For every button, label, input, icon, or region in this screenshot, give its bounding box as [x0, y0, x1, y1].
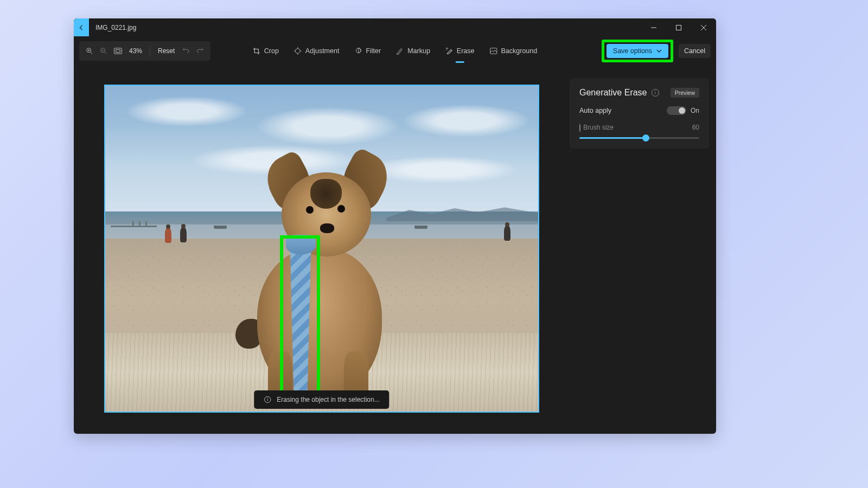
auto-apply-toggle[interactable] — [667, 106, 686, 115]
cancel-button[interactable]: Cancel — [679, 44, 711, 58]
undo-button[interactable] — [180, 47, 192, 56]
image-person — [165, 228, 171, 243]
tab-label: Background — [501, 47, 538, 55]
tab-crop[interactable]: Crop — [247, 44, 284, 58]
zoom-percent[interactable]: 43% — [126, 47, 145, 55]
brush-size-slider[interactable] — [579, 137, 699, 139]
redo-icon — [196, 47, 204, 54]
panel-title: Generative Erase — [579, 88, 647, 98]
background-icon — [490, 47, 497, 55]
erase-side-panel: Generative Erase i Preview Auto apply On… — [570, 78, 709, 149]
photos-editor-window: IMG_0221.jpg 43% R — [74, 18, 716, 434]
edited-image[interactable]: Erasing the object in the selection... — [104, 85, 539, 413]
maximize-icon — [676, 25, 681, 30]
undo-icon — [182, 47, 190, 54]
svg-rect-1 — [676, 25, 681, 30]
image-pier — [111, 226, 157, 227]
window-controls — [641, 18, 716, 36]
file-name: IMG_0221.jpg — [89, 18, 136, 36]
status-toast: Erasing the object in the selection... — [254, 390, 389, 409]
action-buttons: Save options Cancel — [602, 40, 711, 62]
title-bar: IMG_0221.jpg — [74, 18, 716, 36]
image-dog-nose — [320, 223, 334, 233]
editor-toolbar: 43% Reset Crop Adjustment Filter — [74, 36, 716, 66]
erase-icon — [445, 47, 453, 55]
selection-highlight-box — [280, 235, 320, 409]
tab-label: Filter — [366, 47, 381, 55]
maximize-button[interactable] — [666, 18, 691, 36]
zoom-out-icon — [100, 47, 107, 55]
tab-erase[interactable]: Erase — [440, 44, 480, 58]
info-icon — [264, 396, 271, 403]
tab-label: Erase — [457, 47, 475, 55]
svg-rect-9 — [114, 48, 122, 54]
tab-label: Adjustment — [305, 47, 340, 55]
close-button[interactable] — [691, 18, 716, 36]
cloud — [404, 105, 528, 137]
image-dog-muzzle-fur — [310, 179, 342, 209]
divider — [150, 46, 150, 56]
slider-thumb[interactable] — [642, 134, 649, 142]
auto-apply-state: On — [691, 107, 699, 114]
image-dog-eye — [306, 206, 314, 214]
redo-button[interactable] — [194, 47, 206, 56]
cloud — [257, 107, 398, 145]
cloud — [366, 156, 518, 183]
zoom-in-button[interactable] — [84, 45, 95, 57]
fit-icon — [114, 48, 122, 54]
tab-label: Crop — [264, 47, 279, 55]
tab-markup[interactable]: Markup — [391, 44, 436, 58]
zoom-out-button[interactable] — [98, 45, 110, 57]
brush-size-label: Brush size — [583, 124, 614, 131]
status-text: Erasing the object in the selection... — [277, 396, 379, 403]
image-person — [504, 226, 510, 241]
brush-size-row: Brush size 60 — [579, 124, 699, 132]
image-dog-eye — [337, 205, 345, 213]
zoom-in-icon — [86, 47, 93, 55]
panel-header: Generative Erase i Preview — [579, 88, 699, 98]
canvas-area: Erasing the object in the selection... — [74, 66, 570, 434]
image-ship — [414, 226, 427, 229]
tab-background[interactable]: Background — [484, 44, 543, 58]
save-highlight-box: Save options — [602, 40, 673, 62]
filter-icon — [354, 47, 362, 55]
tab-filter[interactable]: Filter — [349, 44, 386, 58]
chevron-down-icon — [656, 48, 662, 54]
svg-line-3 — [91, 52, 93, 54]
auto-apply-row: Auto apply On — [579, 106, 699, 115]
svg-rect-10 — [116, 50, 120, 53]
zoom-tool-group: 43% Reset — [79, 41, 210, 61]
tab-adjustment[interactable]: Adjustment — [289, 44, 345, 58]
preview-badge: Preview — [671, 88, 699, 98]
markup-icon — [396, 47, 404, 55]
crop-icon — [253, 47, 260, 55]
save-options-label: Save options — [613, 47, 652, 55]
minimize-icon — [651, 25, 656, 30]
back-button[interactable] — [74, 18, 89, 36]
adjustment-icon — [294, 47, 302, 55]
minimize-button[interactable] — [641, 18, 666, 36]
arrow-left-icon — [78, 24, 85, 31]
slider-fill — [579, 137, 646, 139]
image-ship — [214, 226, 227, 229]
image-person — [180, 227, 187, 242]
close-icon — [701, 25, 706, 30]
brush-size-value: 60 — [692, 124, 699, 131]
reset-button[interactable]: Reset — [155, 47, 178, 55]
auto-apply-label: Auto apply — [579, 107, 611, 114]
svg-line-7 — [105, 52, 107, 54]
save-options-button[interactable]: Save options — [607, 44, 668, 58]
tab-label: Markup — [407, 47, 430, 55]
cloud — [127, 97, 246, 126]
info-icon[interactable]: i — [652, 89, 659, 97]
fit-to-screen-button[interactable] — [112, 45, 124, 57]
brush-icon — [579, 124, 580, 132]
svg-point-11 — [295, 49, 300, 54]
svg-point-20 — [267, 398, 268, 399]
tool-tabs: Crop Adjustment Filter Markup Erase Back… — [247, 41, 542, 61]
